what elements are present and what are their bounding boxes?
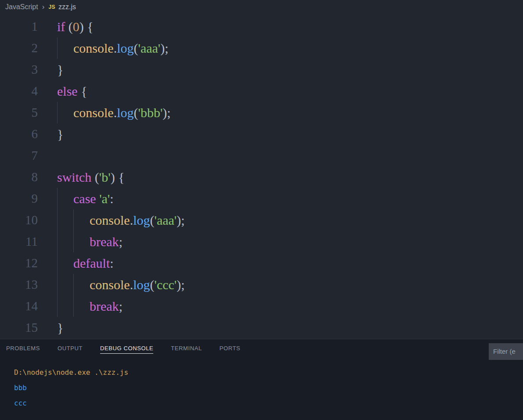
- line-content: }: [38, 317, 63, 338]
- filter-input[interactable]: Filter (e: [489, 343, 523, 360]
- console-line: D:\nodejs\node.exe .\zzz.js: [14, 365, 523, 380]
- line-content: if (0) {: [38, 16, 94, 37]
- code-token: console: [90, 213, 130, 227]
- code-token: else: [57, 84, 78, 98]
- line-number[interactable]: 12: [0, 252, 38, 274]
- indent-guide: [57, 274, 73, 295]
- code-token: default: [73, 256, 110, 270]
- code-line[interactable]: 12default:: [0, 252, 523, 274]
- code-line[interactable]: 6}: [0, 123, 523, 145]
- code-token: console: [73, 41, 114, 55]
- code-token: :: [110, 256, 113, 270]
- js-file-icon: JS: [48, 4, 55, 10]
- code-token: switch: [57, 170, 91, 184]
- line-number[interactable]: 6: [0, 123, 38, 145]
- indent-guide: [57, 252, 73, 274]
- line-number[interactable]: 3: [0, 59, 38, 80]
- code-line[interactable]: 14break;: [0, 295, 523, 317]
- tab-ports[interactable]: PORTS: [220, 345, 241, 354]
- indent-guide: [57, 295, 73, 317]
- line-content: [38, 145, 57, 166]
- indent-guide: [57, 209, 73, 231]
- line-content: case 'a':: [38, 188, 114, 209]
- line-content: }: [38, 123, 63, 145]
- indent-guide: [73, 295, 90, 317]
- console-line: bbb: [14, 380, 523, 395]
- tab-debug-console[interactable]: DEBUG CONSOLE: [100, 345, 153, 354]
- code-line[interactable]: 15}: [0, 317, 523, 338]
- indent-guide: [57, 102, 73, 123]
- console-line: ccc: [14, 395, 523, 411]
- panel-tabs: PROBLEMSOUTPUTDEBUG CONSOLETERMINALPORTS: [0, 339, 523, 359]
- indent-guide: [73, 209, 90, 231]
- code-line[interactable]: 3}: [0, 59, 523, 80]
- code-token: 'bbb': [138, 105, 162, 120]
- line-number[interactable]: 11: [0, 231, 38, 252]
- chevron-right-icon: ›: [42, 3, 45, 11]
- code-line[interactable]: 8switch ('b') {: [0, 166, 523, 188]
- line-content: switch ('b') {: [38, 166, 125, 188]
- code-token: console: [73, 105, 114, 120]
- tab-problems[interactable]: PROBLEMS: [6, 345, 40, 354]
- code-editor[interactable]: 1if (0) {2console.log('aaa');3}4else {5c…: [0, 14, 523, 339]
- line-number[interactable]: 14: [0, 295, 38, 317]
- tab-terminal[interactable]: TERMINAL: [171, 345, 202, 354]
- bottom-panel: PROBLEMSOUTPUTDEBUG CONSOLETERMINALPORTS…: [0, 339, 523, 420]
- code-line[interactable]: 13console.log('ccc');: [0, 274, 523, 295]
- code-token: [96, 191, 100, 206]
- indent-guide: [73, 231, 90, 252]
- code-token: }: [57, 62, 63, 77]
- code-line[interactable]: 2console.log('aaa');: [0, 37, 523, 59]
- vscode-window: JavaScript › JS zzz.js 1if (0) {2console…: [0, 0, 523, 420]
- line-number[interactable]: 4: [0, 80, 38, 102]
- code-line[interactable]: 5console.log('bbb');: [0, 102, 523, 123]
- code-token: );: [177, 277, 184, 292]
- line-content: default:: [38, 252, 114, 274]
- code-token: log: [133, 213, 150, 227]
- line-number[interactable]: 5: [0, 102, 38, 123]
- indent-guide: [57, 188, 73, 209]
- code-token: ;: [119, 299, 123, 313]
- breadcrumb-folder[interactable]: JavaScript: [5, 3, 38, 11]
- code-line[interactable]: 11break;: [0, 231, 523, 252]
- code-token: ;: [119, 234, 123, 249]
- code-token: :: [110, 191, 113, 206]
- code-token: {: [78, 84, 87, 98]
- code-token: log: [117, 105, 133, 120]
- line-number[interactable]: 15: [0, 317, 38, 338]
- code-token: case: [73, 191, 96, 206]
- line-number[interactable]: 13: [0, 274, 38, 295]
- line-content: else {: [38, 80, 87, 102]
- code-line[interactable]: 4else {: [0, 80, 523, 102]
- code-token: 'aaa': [154, 213, 177, 227]
- line-number[interactable]: 1: [0, 16, 38, 37]
- line-number[interactable]: 8: [0, 166, 38, 188]
- code-token: 'ccc': [154, 277, 177, 292]
- code-token: ) {: [111, 170, 125, 184]
- code-token: break: [90, 299, 119, 313]
- code-token: );: [177, 213, 184, 227]
- line-number[interactable]: 7: [0, 145, 38, 166]
- line-content: break;: [38, 231, 123, 252]
- line-number[interactable]: 9: [0, 188, 38, 209]
- code-line[interactable]: 1if (0) {: [0, 16, 523, 37]
- code-token: );: [160, 41, 168, 55]
- indent-guide: [73, 274, 90, 295]
- code-token: (: [150, 213, 154, 227]
- line-number[interactable]: 10: [0, 209, 38, 231]
- breadcrumb-file[interactable]: zzz.js: [58, 3, 76, 11]
- code-line[interactable]: 9case 'a':: [0, 188, 523, 209]
- line-content: console.log('ccc');: [38, 274, 185, 295]
- code-line[interactable]: 7: [0, 145, 523, 166]
- code-token: 'b': [99, 170, 111, 184]
- tab-output[interactable]: OUTPUT: [58, 345, 83, 354]
- line-number[interactable]: 2: [0, 37, 38, 59]
- code-token: if: [57, 19, 65, 34]
- code-token: console: [90, 277, 130, 292]
- line-content: console.log('aaa');: [38, 37, 169, 59]
- line-content: break;: [38, 295, 123, 317]
- editor-lines: 1if (0) {2console.log('aaa');3}4else {5c…: [0, 16, 523, 338]
- debug-console-output[interactable]: D:\nodejs\node.exe .\zzz.jsbbbccc: [0, 359, 523, 411]
- code-token: );: [162, 105, 170, 120]
- code-line[interactable]: 10console.log('aaa');: [0, 209, 523, 231]
